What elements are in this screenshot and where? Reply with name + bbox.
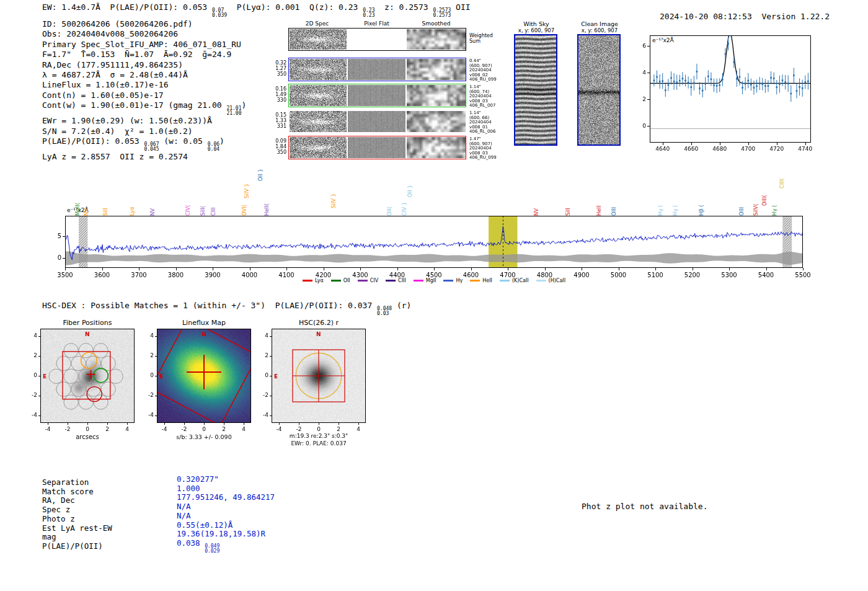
panel-x-tick-label: -2 bbox=[60, 426, 75, 432]
match-field-value: 177.951246, 49.864217 bbox=[177, 493, 275, 502]
tick-mark bbox=[720, 143, 720, 145]
legend-label: CIV bbox=[370, 278, 378, 283]
legend-label: (H)CaII bbox=[549, 278, 565, 283]
info-line: EWr = 1.90(±0.29) (w: 1.50(±0.23))Å bbox=[42, 116, 246, 126]
spectrum-x-tick-label: 3500 bbox=[53, 272, 78, 278]
match-field-label: mag bbox=[42, 533, 177, 542]
tick-mark bbox=[184, 423, 185, 425]
legend-label: MgII bbox=[426, 278, 436, 283]
fit-x-tick-label: 4680 bbox=[709, 146, 731, 152]
stacked-uncertainty: 0.0480.03 bbox=[377, 306, 392, 316]
match-field-label: Separation bbox=[42, 478, 177, 487]
report-timestamp: 2024-10-20 08:12:53 Version 1.22.2 bbox=[640, 2, 830, 30]
spectrum-x-tick-label: 4500 bbox=[422, 272, 446, 278]
tick-mark bbox=[582, 268, 582, 270]
panel-y-tick-label: -4 bbox=[142, 412, 154, 418]
cutout-row-scale: 1.49 bbox=[270, 92, 286, 97]
text-segment: 177.951246, 49.864217 bbox=[177, 492, 275, 502]
cutout-row bbox=[288, 136, 466, 159]
text-segment: Cont(w) = 1.90(±0.01)e-17 (gmag 21.00 bbox=[42, 100, 226, 110]
spectrum-x-tick-label: 4000 bbox=[237, 272, 262, 278]
spectral-line-label: HeII bbox=[596, 205, 603, 216]
info-line: LineFlux = 1.10(±0.17)e-16 bbox=[42, 80, 246, 90]
tick-mark bbox=[397, 268, 398, 270]
spectrum-x-tick-label: 5100 bbox=[643, 272, 668, 278]
legend-swatch bbox=[331, 280, 341, 282]
match-field-value: 0.038 0.0490.029 bbox=[177, 539, 219, 554]
tick-mark bbox=[155, 336, 157, 337]
cutout-row-scale: 0.15 bbox=[270, 112, 286, 118]
with-sky-panel: With Sky x, y: 600, 907 bbox=[513, 20, 559, 154]
spectral-line-label: Hγ ( bbox=[672, 205, 679, 216]
clean-image bbox=[577, 34, 621, 146]
spec2d-cell-canvas bbox=[407, 59, 466, 80]
tick-mark bbox=[87, 423, 88, 425]
text-segment: N/A bbox=[177, 511, 191, 520]
info-line: Cont(w) = 1.90(±0.01)e-17 (gmag 21.00 21… bbox=[42, 100, 246, 116]
legend-swatch bbox=[500, 280, 510, 282]
cutout-row-scale: 0.09 bbox=[270, 138, 286, 144]
panel-x-tick-label: -4 bbox=[272, 426, 286, 432]
fit-y-tick-label: 2 bbox=[637, 96, 646, 102]
stacked-uncertainty: 21.0121.00 bbox=[226, 106, 241, 116]
spectrum-x-tick-label: 4100 bbox=[274, 272, 299, 278]
spectrum-x-tick-label: 4300 bbox=[348, 272, 373, 278]
legend-swatch bbox=[358, 280, 368, 282]
lineflux-map-title: Lineflux Map bbox=[157, 319, 251, 327]
hsc-cutout-caption-2: EWr: 0. PLAE: 0.037 bbox=[272, 440, 366, 447]
spectrum-x-tick-label: 4700 bbox=[495, 272, 520, 278]
cutout-row-info: 406_RU_099 bbox=[469, 77, 497, 82]
text-segment: z: 0.2573 bbox=[374, 2, 433, 12]
spec2d-cell-canvas bbox=[348, 85, 405, 106]
tick-mark bbox=[270, 415, 272, 416]
spectrum-legend: LyαOIICIVCIIIMgIIHγHeII(K)CaII(H)CaII bbox=[65, 278, 803, 283]
legend-swatch bbox=[414, 280, 423, 282]
spectral-line-label: NV bbox=[149, 208, 156, 216]
panel-x-tick-label: -2 bbox=[291, 426, 306, 432]
text-segment: ID: 5002064206 (5002064206.pdf) bbox=[42, 19, 193, 29]
text-segment: Cont(n) = 1.60(±0.05)e-17 bbox=[42, 91, 164, 100]
spec2d-cell-canvas bbox=[407, 29, 466, 50]
match-field-label: RA, Dec bbox=[42, 496, 177, 505]
tick-mark bbox=[68, 423, 68, 425]
tick-mark bbox=[471, 268, 472, 270]
tick-mark bbox=[250, 268, 250, 270]
weighted-sum-label: Sum bbox=[469, 38, 480, 44]
tick-mark bbox=[164, 423, 165, 425]
tick-mark bbox=[213, 268, 213, 270]
tick-mark bbox=[155, 415, 157, 416]
spectral-line-label: OIII bbox=[611, 207, 618, 216]
panel-y-tick-label: 0 bbox=[257, 372, 268, 378]
text-segment: LyA z = 2.8557 OII z = 0.2574 bbox=[42, 152, 188, 161]
text-segment: 1.000 bbox=[177, 484, 200, 493]
tick-mark bbox=[339, 423, 339, 425]
panel-y-tick-label: 2 bbox=[257, 352, 268, 358]
lineflux-map-canvas bbox=[157, 329, 251, 423]
fit-x-tick-label: 4720 bbox=[766, 146, 788, 152]
hsc-cutout-caption-1: m:19.3 re:2.3" s:0.3" bbox=[272, 433, 366, 439]
legend-item: OII bbox=[331, 278, 350, 283]
tick-mark bbox=[324, 268, 324, 270]
match-table-row: Separation0.320277" bbox=[42, 478, 275, 487]
cutout-row-scale: 0.32 bbox=[270, 60, 286, 66]
text-segment: S/N = 7.2(±0.4) χ² = 1.0(±0.2) bbox=[42, 127, 193, 136]
stacked-uncertainty: 0.060.04 bbox=[208, 142, 219, 152]
info-line: RA,Dec (177.951111,49.864235) bbox=[42, 60, 246, 70]
cutout-row-scale: 330 bbox=[270, 97, 286, 103]
spectrum-x-tick-label: 4200 bbox=[311, 272, 336, 278]
spec2d-cell-canvas bbox=[407, 85, 466, 106]
spectral-line-label: Hγ ( bbox=[657, 205, 664, 216]
clean-image-title: Clean Image bbox=[577, 20, 622, 27]
spectral-line-label: CIV } bbox=[401, 202, 408, 216]
legend-item: MgII bbox=[414, 278, 436, 283]
match-field-label: P(LAE)/P(OII) bbox=[42, 542, 177, 557]
cutout-row-scale: 350 bbox=[270, 149, 286, 155]
spectral-line-label: CIII( bbox=[779, 178, 786, 189]
text-segment: HSC-DEX : Possible Matches = 1 (within +… bbox=[42, 301, 377, 310]
tick-mark bbox=[102, 268, 103, 270]
spectrum-y-tick-label: 5 bbox=[53, 233, 61, 239]
legend-label: Hγ bbox=[456, 278, 463, 283]
text-segment: EWr = 1.90(±0.29) (w: 1.50(±0.23))Å bbox=[42, 116, 212, 125]
tick-mark bbox=[805, 143, 806, 145]
tick-mark bbox=[63, 258, 65, 259]
